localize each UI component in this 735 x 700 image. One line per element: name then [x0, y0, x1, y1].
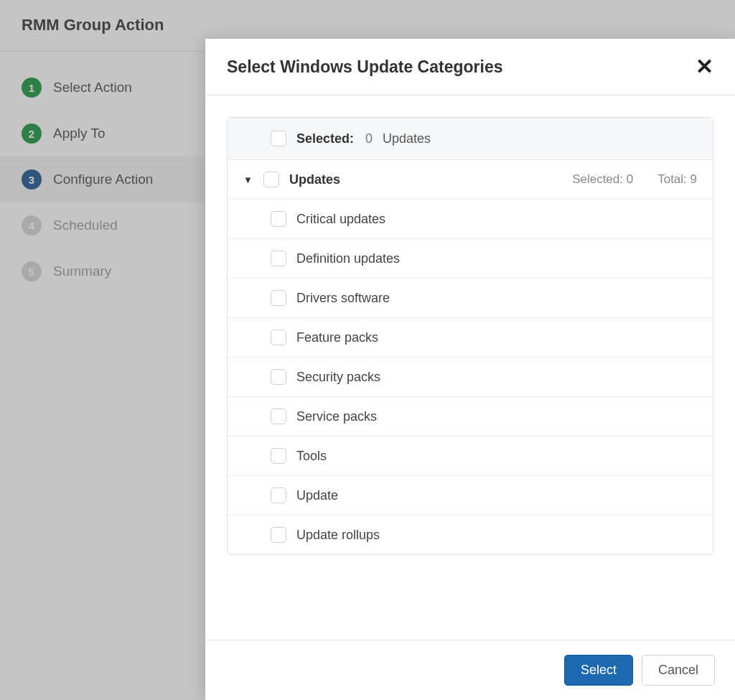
category-checkbox[interactable]	[271, 251, 286, 266]
category-checkbox[interactable]	[271, 448, 286, 464]
modal-header: Select Windows Update Categories ✕	[205, 39, 735, 95]
category-checkbox[interactable]	[271, 290, 286, 306]
category-label: Security packs	[296, 370, 380, 385]
category-label: Tools	[296, 449, 327, 464]
category-group-row[interactable]: ▼ Updates Selected: 0 Total: 9	[228, 159, 713, 199]
category-label: Feature packs	[296, 330, 378, 345]
selected-label: Selected:	[296, 131, 354, 146]
category-label: Definition updates	[296, 251, 400, 266]
category-item[interactable]: Feature packs	[228, 317, 713, 357]
category-item[interactable]: Definition updates	[228, 238, 713, 278]
category-item[interactable]: Update rollups	[228, 515, 713, 554]
group-selected-count: Selected: 0	[572, 172, 633, 187]
select-all-checkbox[interactable]	[271, 131, 286, 146]
category-item[interactable]: Update	[228, 475, 713, 515]
group-total-count: Total: 9	[657, 172, 697, 187]
selected-unit: Updates	[383, 131, 431, 146]
selected-count: 0	[365, 131, 373, 146]
category-checkbox[interactable]	[271, 409, 286, 424]
modal-title: Select Windows Update Categories	[227, 57, 503, 77]
category-item[interactable]: Tools	[228, 436, 713, 475]
category-list: Critical updates Definition updates Driv…	[228, 199, 713, 554]
category-checkbox[interactable]	[271, 487, 286, 503]
categories-panel: Selected: 0 Updates ▼ Updates Selected: …	[227, 117, 713, 555]
category-label: Drivers software	[296, 291, 390, 306]
select-button[interactable]: Select	[564, 655, 633, 686]
selection-summary: Selected: 0 Updates	[228, 118, 713, 159]
category-checkbox[interactable]	[271, 330, 286, 345]
group-name: Updates	[289, 172, 548, 187]
category-label: Critical updates	[296, 212, 385, 227]
close-icon[interactable]: ✕	[696, 56, 713, 78]
chevron-down-icon[interactable]: ▼	[243, 174, 253, 185]
category-item[interactable]: Critical updates	[228, 199, 713, 238]
category-checkbox[interactable]	[271, 527, 286, 543]
category-item[interactable]: Service packs	[228, 396, 713, 436]
category-item[interactable]: Security packs	[228, 357, 713, 396]
category-label: Service packs	[296, 409, 377, 424]
category-checkbox[interactable]	[271, 369, 286, 385]
category-label: Update rollups	[296, 528, 380, 543]
category-checkbox[interactable]	[271, 211, 286, 227]
cancel-button[interactable]: Cancel	[642, 655, 715, 686]
modal-footer: Select Cancel	[205, 640, 735, 700]
category-item[interactable]: Drivers software	[228, 278, 713, 317]
modal-body: Selected: 0 Updates ▼ Updates Selected: …	[205, 95, 735, 640]
group-checkbox[interactable]	[263, 172, 279, 187]
category-label: Update	[296, 488, 338, 503]
select-categories-modal: Select Windows Update Categories ✕ Selec…	[205, 39, 735, 700]
